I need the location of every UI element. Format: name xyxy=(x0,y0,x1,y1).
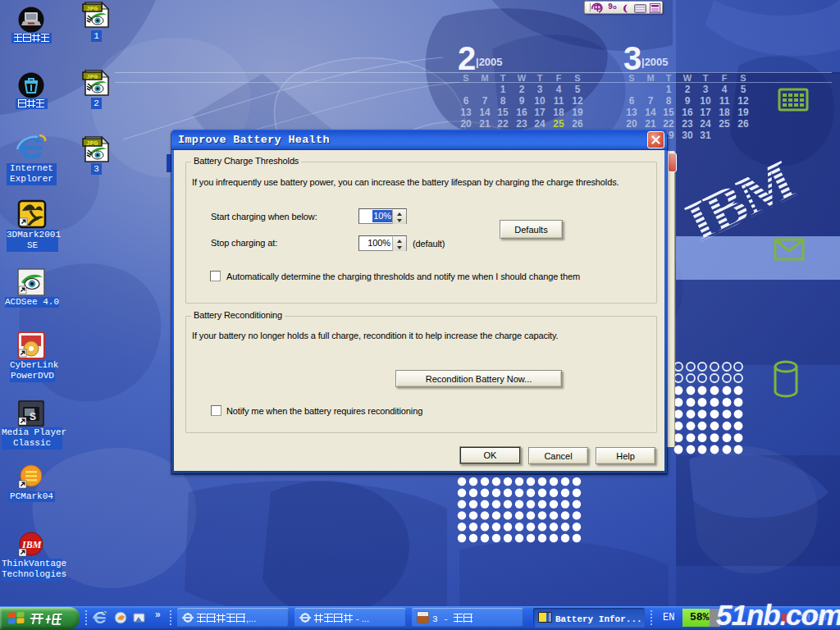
svg-text:7: 7 xyxy=(648,95,654,107)
svg-text:23: 23 xyxy=(516,118,527,130)
svg-text:22: 22 xyxy=(497,118,509,130)
svg-text:16: 16 xyxy=(516,107,527,118)
svg-text:11: 11 xyxy=(554,95,564,107)
svg-text:19: 19 xyxy=(572,107,583,118)
svg-text:12: 12 xyxy=(572,95,583,107)
svg-text:19: 19 xyxy=(737,107,749,118)
svg-text:25: 25 xyxy=(719,118,730,130)
svg-text:11: 11 xyxy=(719,95,730,107)
svg-text:4: 4 xyxy=(556,84,562,95)
svg-text:2: 2 xyxy=(458,40,476,76)
svg-text:8: 8 xyxy=(500,95,506,107)
svg-text:T: T xyxy=(500,73,506,83)
svg-text:S: S xyxy=(740,73,746,83)
svg-text:13: 13 xyxy=(626,107,637,118)
svg-text:9: 9 xyxy=(685,95,691,107)
svg-text:4: 4 xyxy=(722,84,728,95)
svg-text:T: T xyxy=(703,73,709,83)
svg-text:3: 3 xyxy=(537,84,543,95)
svg-text:T: T xyxy=(666,73,672,83)
svg-text:6: 6 xyxy=(629,95,635,107)
svg-text:5: 5 xyxy=(575,84,581,95)
svg-text:23: 23 xyxy=(682,118,693,130)
svg-text:W: W xyxy=(518,73,527,83)
svg-text:F: F xyxy=(722,73,728,83)
svg-text:S: S xyxy=(628,73,634,83)
svg-text:10: 10 xyxy=(700,95,711,107)
svg-text:5: 5 xyxy=(741,84,746,95)
svg-text:30: 30 xyxy=(682,130,693,141)
svg-text:18: 18 xyxy=(553,107,564,118)
svg-text:18: 18 xyxy=(719,107,730,118)
svg-text:3: 3 xyxy=(623,40,641,76)
svg-text:15: 15 xyxy=(663,107,674,118)
svg-text:16: 16 xyxy=(682,107,693,118)
svg-text:24: 24 xyxy=(534,118,546,130)
svg-text:26: 26 xyxy=(572,118,583,130)
svg-text:W: W xyxy=(683,73,692,83)
svg-text:13: 13 xyxy=(460,107,472,118)
svg-text:3: 3 xyxy=(703,84,709,95)
svg-text:|2005: |2005 xyxy=(476,56,503,68)
svg-text:31: 31 xyxy=(700,130,711,141)
svg-text:15: 15 xyxy=(497,107,509,118)
svg-text:1: 1 xyxy=(666,84,672,95)
svg-text:M: M xyxy=(481,73,488,83)
svg-text:12: 12 xyxy=(737,95,749,107)
svg-text:20: 20 xyxy=(460,118,472,130)
svg-text:14: 14 xyxy=(479,107,491,118)
svg-text:20: 20 xyxy=(626,118,637,130)
svg-text:22: 22 xyxy=(663,118,674,130)
svg-text:S: S xyxy=(463,73,468,83)
svg-text:T: T xyxy=(537,73,543,83)
svg-text:21: 21 xyxy=(479,118,491,130)
svg-text:26: 26 xyxy=(737,118,749,130)
svg-text:|2005: |2005 xyxy=(641,56,669,68)
svg-text:2: 2 xyxy=(519,84,525,95)
svg-text:1: 1 xyxy=(500,84,506,95)
svg-text:6: 6 xyxy=(463,95,469,107)
svg-text:21: 21 xyxy=(645,118,656,130)
svg-text:24: 24 xyxy=(700,118,711,130)
svg-text:S: S xyxy=(30,411,36,422)
svg-text:17: 17 xyxy=(700,107,711,118)
svg-text:17: 17 xyxy=(534,107,546,118)
svg-text:S: S xyxy=(574,73,580,83)
svg-text:8: 8 xyxy=(666,95,672,107)
svg-text:10: 10 xyxy=(534,95,546,107)
svg-text:7: 7 xyxy=(482,95,488,107)
svg-text:9: 9 xyxy=(519,95,525,107)
svg-text:14: 14 xyxy=(645,107,656,118)
svg-text:2: 2 xyxy=(685,84,691,95)
svg-text:F: F xyxy=(556,73,562,83)
svg-text:25: 25 xyxy=(553,118,564,130)
svg-text:M: M xyxy=(646,73,654,83)
